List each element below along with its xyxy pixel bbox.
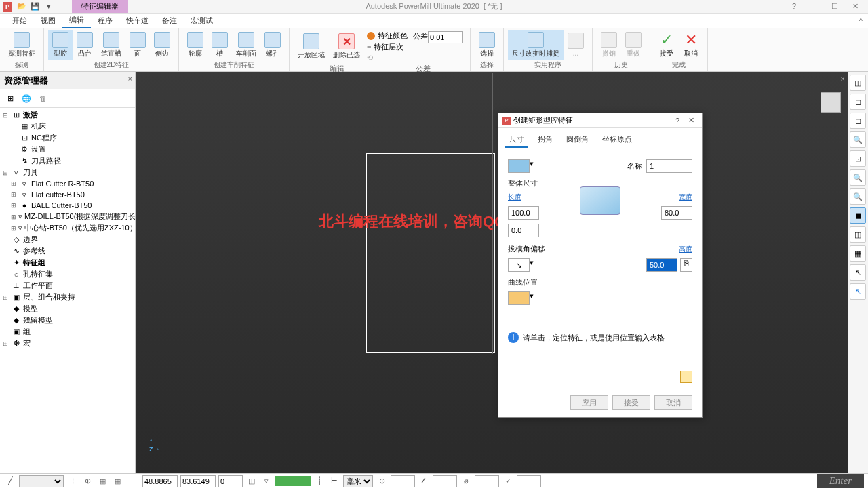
slot-button[interactable]: 笔直槽 <box>97 30 125 60</box>
open-region-button[interactable]: 开放区域 <box>294 30 329 63</box>
zoom-fit-icon[interactable]: 🔍 <box>850 131 866 148</box>
tree-node[interactable]: ⊞▿Flat Cutter R-BT50 <box>0 178 135 189</box>
groove-button[interactable]: 槽 <box>208 30 232 60</box>
boss-button[interactable]: 凸台 <box>73 30 97 60</box>
tree-node[interactable]: ⊡NC程序 <box>0 132 135 144</box>
select-button[interactable]: 选择 <box>475 30 499 60</box>
tree-node[interactable]: ∿参考线 <box>0 245 135 257</box>
length-input[interactable] <box>508 206 539 220</box>
height-input[interactable] <box>646 258 677 272</box>
menu-view[interactable]: 视图 <box>34 14 62 28</box>
menu-program[interactable]: 程序 <box>91 14 119 28</box>
unit-select[interactable]: 毫米 <box>343 475 373 487</box>
dialog-close-icon[interactable]: ✕ <box>684 116 698 125</box>
tab-fillet[interactable]: 圆倒角 <box>562 132 593 148</box>
side-button[interactable]: 侧边 <box>150 30 174 60</box>
sb-div-icon[interactable]: ┊ <box>313 475 326 487</box>
length-label[interactable]: 长度 <box>508 192 521 202</box>
tree-node[interactable]: ▣组 <box>0 326 135 338</box>
sb-dia-icon[interactable]: ⌀ <box>460 475 472 487</box>
tree-node[interactable]: ⚙设置 <box>0 144 135 155</box>
note-icon[interactable] <box>680 371 692 383</box>
menu-edit[interactable]: 编辑 <box>62 13 91 28</box>
tree-node[interactable]: ⊞▣层、组合和夹持 <box>0 291 135 303</box>
cursor-icon[interactable]: ↖ <box>850 264 866 281</box>
sb-target-icon[interactable]: ⊕ <box>376 475 388 487</box>
sb-ruler-icon[interactable]: ⊢ <box>328 475 340 487</box>
cancel-dialog-button[interactable]: 取消 <box>654 395 692 410</box>
explorer-close-icon[interactable]: × <box>128 75 132 83</box>
detect-feature-button[interactable]: 探测特征 <box>4 30 39 60</box>
viewport[interactable]: × 北斗编程在线培训，咨询QQ：2784 1659 44 ↑z→ <box>136 72 848 473</box>
pocket-button[interactable]: 型腔 <box>48 30 73 60</box>
open-icon[interactable]: 📂 <box>16 1 27 12</box>
turnface-button[interactable]: 车削面 <box>232 30 260 60</box>
sb-toggle-icon[interactable]: ▿ <box>260 475 273 487</box>
shade-icon[interactable]: ◼ <box>850 207 866 224</box>
explorer-tree[interactable]: ⊟⊞激活▦机床⊡NC程序⚙设置↯刀具路径⊟▿刀具⊞▿Flat Cutter R-… <box>0 108 135 473</box>
tree-node[interactable]: ⊞▿MZ-DILL-BT50(根据深度调整刀长) <box>0 211 135 222</box>
tab-origin[interactable]: 坐标原点 <box>598 132 636 148</box>
tree-node[interactable]: ◆残留模型 <box>0 314 135 326</box>
draft-select[interactable]: ↘▾ <box>508 258 534 272</box>
wireframe-icon[interactable]: ◫ <box>850 226 866 243</box>
profile-button[interactable]: 轮廓 <box>183 30 208 60</box>
explorer-delete-icon[interactable]: 🗑 <box>37 92 49 104</box>
face-button[interactable]: 面 <box>125 30 150 60</box>
front-view-icon[interactable]: ◻ <box>850 113 866 129</box>
sb-line-icon[interactable]: ╱ <box>4 475 16 487</box>
feature-layer-label[interactable]: 特征层次 <box>374 42 403 52</box>
tree-node[interactable]: ⊟▿刀具 <box>0 167 135 178</box>
sb-snap2-icon[interactable]: ⊕ <box>81 475 94 487</box>
tab-corner[interactable]: 拐角 <box>534 132 557 148</box>
sb-select1[interactable] <box>19 475 64 487</box>
select-arrow-icon[interactable]: ↖ <box>850 283 866 300</box>
tree-node[interactable]: ✦特征组 <box>0 257 135 268</box>
minimize-button[interactable]: — <box>804 2 825 11</box>
tree-node[interactable]: ◆模型 <box>0 303 135 314</box>
tree-node[interactable]: ⊞▿Flat cutter-BT50 <box>0 189 135 200</box>
iso-view-icon[interactable]: ◫ <box>850 75 866 91</box>
explorer-expand-icon[interactable]: ⊞ <box>4 92 16 104</box>
sb-grid2-icon[interactable]: ▦ <box>111 475 123 487</box>
tree-node[interactable]: ○孔特征集 <box>0 268 135 280</box>
tree-node[interactable]: ↯刀具路径 <box>0 155 135 167</box>
zoom-window-icon[interactable]: ⊡ <box>850 150 866 167</box>
tree-node[interactable]: ⊞●BALL Cutter-BT50 <box>0 200 135 211</box>
top-view-icon[interactable]: ◻ <box>850 94 866 110</box>
tree-node[interactable]: ⊞❋宏 <box>0 338 135 349</box>
accept-button[interactable]: ✓接受 <box>654 30 679 60</box>
tree-node[interactable]: ⊟⊞激活 <box>0 109 135 121</box>
collapse-ribbon-icon[interactable]: ^ <box>859 17 863 25</box>
zoom-in-icon[interactable]: 🔍 <box>850 169 866 186</box>
accept-dialog-button[interactable]: 接受 <box>612 395 650 410</box>
delete-selected-button[interactable]: ✕删除已选 <box>329 30 364 63</box>
view-cube[interactable] <box>821 92 841 113</box>
tree-node[interactable]: ⊞▿中心钻-BT50（优先选用ZXZ-10） <box>0 222 135 234</box>
tree-node[interactable]: ◇边界 <box>0 234 135 245</box>
name-input[interactable] <box>646 159 692 173</box>
sb-field4[interactable] <box>517 475 541 487</box>
feature-color-label[interactable]: 特征颜色 <box>378 30 408 41</box>
save-icon[interactable]: 💾 <box>30 1 41 12</box>
type-select[interactable]: ▾ <box>508 159 534 173</box>
tolerance-input[interactable] <box>428 31 463 43</box>
width-input[interactable] <box>661 206 692 220</box>
menu-start[interactable]: 开始 <box>5 14 34 28</box>
qat-dropdown-icon[interactable]: ▾ <box>43 1 54 12</box>
oblique-input[interactable] <box>508 224 539 237</box>
close-button[interactable]: ✕ <box>845 2 865 11</box>
cancel-button[interactable]: ✕取消 <box>679 30 703 60</box>
width-label[interactable]: 宽度 <box>679 192 692 202</box>
viewport-close-icon[interactable]: × <box>841 75 845 83</box>
block-icon[interactable]: ▦ <box>850 245 866 262</box>
sb-grid-icon[interactable]: ▦ <box>96 475 108 487</box>
snap-button[interactable]: 尺寸改变时捕捉 <box>508 30 564 60</box>
help-icon[interactable]: ? <box>784 2 804 11</box>
dialog-help-icon[interactable]: ? <box>671 117 684 125</box>
sb-field2[interactable] <box>433 475 457 487</box>
sb-field3[interactable] <box>475 475 499 487</box>
sb-field1[interactable] <box>391 475 415 487</box>
tree-node[interactable]: ▦机床 <box>0 121 135 132</box>
context-tab[interactable]: 特征编辑器 <box>72 0 128 13</box>
